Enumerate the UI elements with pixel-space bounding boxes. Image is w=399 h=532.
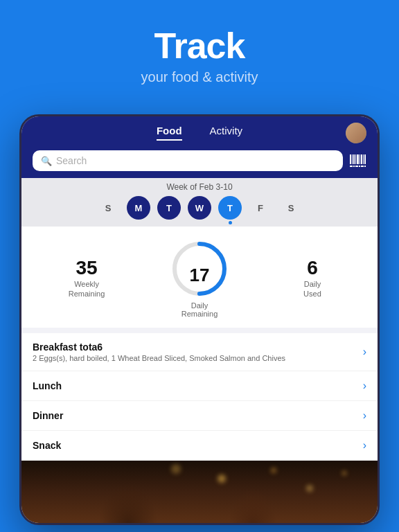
- meal-content-dinner: Dinner: [33, 410, 363, 421]
- svg-rect-7: [363, 154, 364, 164]
- svg-rect-0: [350, 154, 351, 164]
- weekly-remaining-value: 35: [76, 257, 97, 279]
- svg-rect-8: [364, 154, 366, 164]
- meal-title-lunch: Lunch: [33, 380, 363, 391]
- svg-rect-4: [357, 154, 359, 164]
- chevron-right-icon-lunch: ›: [363, 380, 366, 392]
- search-area: 🔍 Search: [21, 146, 378, 178]
- daily-used-value: 6: [307, 257, 318, 279]
- chevron-right-icon-breakfast: ›: [363, 346, 366, 358]
- daily-used-block: 6 DailyUsed: [261, 257, 364, 299]
- meal-content-lunch: Lunch: [33, 380, 363, 391]
- svg-rect-6: [361, 154, 362, 164]
- daily-remaining-label: DailyRemaining: [181, 301, 218, 318]
- tab-food[interactable]: Food: [157, 125, 182, 141]
- svg-rect-12: [359, 166, 360, 167]
- top-nav: Food Activity: [21, 116, 378, 146]
- week-label: Week of Feb 3-10: [166, 182, 232, 192]
- meal-item-breakfast[interactable]: Breakfast tota6 2 Eggs(s), hard boiled, …: [21, 333, 378, 371]
- meal-item-lunch[interactable]: Lunch ›: [21, 371, 378, 401]
- avatar-image: [346, 123, 366, 143]
- bokeh-lights: [21, 461, 378, 523]
- bottom-image-strip: [21, 461, 378, 523]
- app-screen: Food Activity 🔍 Search: [21, 116, 378, 523]
- chevron-right-icon-snack: ›: [363, 439, 366, 452]
- daily-used-label: DailyUsed: [303, 279, 321, 299]
- meal-item-dinner[interactable]: Dinner ›: [21, 401, 378, 431]
- chevron-right-icon-dinner: ›: [363, 409, 366, 422]
- weekly-remaining-block: 35 WeeklyRemaining: [35, 257, 138, 299]
- svg-rect-9: [350, 166, 353, 167]
- svg-rect-2: [353, 154, 355, 164]
- nav-tabs: Food Activity: [33, 125, 366, 141]
- device-frame: Food Activity 🔍 Search: [19, 114, 380, 525]
- meal-list: Breakfast tota6 2 Eggs(s), hard boiled, …: [21, 333, 378, 461]
- search-icon: 🔍: [41, 156, 52, 166]
- day-buttons: S M T W T F S: [96, 196, 303, 220]
- meal-title-breakfast: Breakfast tota6: [33, 342, 363, 353]
- svg-rect-10: [353, 166, 355, 167]
- svg-rect-11: [355, 166, 358, 167]
- svg-rect-5: [360, 154, 360, 164]
- svg-rect-3: [355, 154, 356, 164]
- avatar[interactable]: [346, 123, 366, 143]
- meal-item-snack[interactable]: Snack ›: [21, 431, 378, 461]
- tab-activity[interactable]: Activity: [210, 125, 243, 141]
- meal-content-snack: Snack: [33, 440, 363, 451]
- svg-rect-13: [361, 166, 364, 167]
- svg-rect-14: [364, 166, 366, 167]
- search-box[interactable]: 🔍 Search: [33, 150, 343, 171]
- page-title: Track: [154, 25, 245, 66]
- meal-content-breakfast: Breakfast tota6 2 Eggs(s), hard boiled, …: [33, 342, 363, 362]
- meal-detail-breakfast: 2 Eggs(s), hard boiled, 1 Wheat Bread Sl…: [33, 354, 363, 362]
- daily-remaining-value: 17: [190, 265, 210, 286]
- day-btn-tue[interactable]: T: [157, 196, 181, 220]
- svg-rect-1: [352, 154, 353, 164]
- day-btn-mon[interactable]: M: [127, 196, 150, 220]
- search-placeholder: Search: [56, 155, 87, 166]
- barcode-icon[interactable]: [350, 153, 366, 168]
- page-subtitle: your food & activity: [141, 69, 258, 85]
- day-btn-fri[interactable]: F: [249, 196, 272, 220]
- weekly-remaining-label: WeeklyRemaining: [69, 279, 105, 299]
- day-btn-wed[interactable]: W: [188, 196, 211, 220]
- daily-summary: 35 WeeklyRemaining 17 DailyRemaining 6 D…: [21, 227, 378, 328]
- day-btn-sun[interactable]: S: [96, 196, 120, 220]
- daily-remaining-donut: 17 DailyRemaining: [138, 238, 261, 318]
- meal-title-dinner: Dinner: [33, 410, 363, 421]
- day-btn-thu[interactable]: T: [218, 196, 242, 220]
- header-section: Track your food & activity: [0, 0, 399, 99]
- day-btn-sat[interactable]: S: [279, 196, 303, 220]
- meal-title-snack: Snack: [33, 440, 363, 451]
- week-selector: Week of Feb 3-10 S M T W T F S: [21, 178, 378, 227]
